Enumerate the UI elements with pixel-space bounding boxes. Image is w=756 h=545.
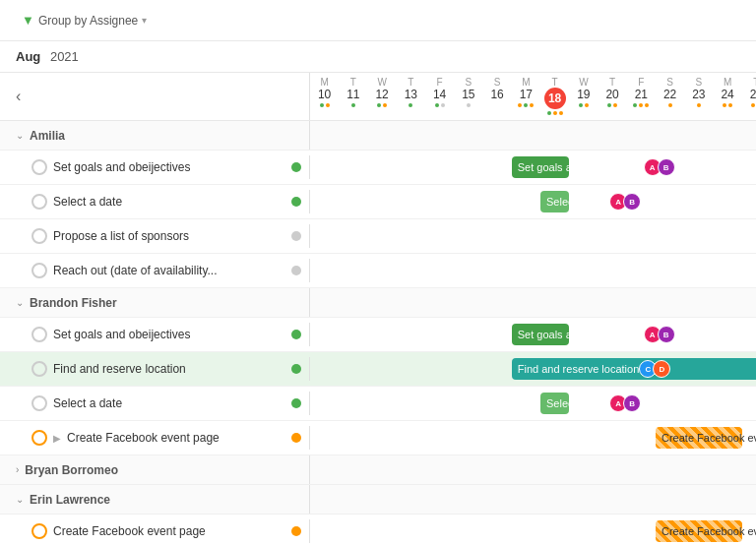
year-label: 2021 [50, 49, 79, 64]
expand-subtasks-button[interactable]: ▶ [53, 433, 61, 444]
day-header-11: T11 [339, 73, 367, 120]
day-header-17: M17 [512, 73, 540, 120]
task-row: Select a dateSelect a dateAB [0, 387, 756, 421]
section-chevron[interactable]: ⌄ [16, 494, 24, 505]
task-name: Find and reserve location [53, 362, 285, 376]
status-dot [291, 433, 301, 443]
task-name: Propose a list of sponsors [53, 229, 285, 243]
day-header-20: T20 [598, 73, 627, 120]
month-header: Aug 2021 [0, 41, 756, 73]
section-header-amilia: ⌄Amilia [0, 121, 756, 151]
task-row: Set goals and obeijectivesSet goals and … [0, 151, 756, 185]
task-name: Set goals and obeijectives [53, 328, 285, 341]
day-header-22: S22 [656, 73, 684, 120]
task-row: Create Facebook event pageCreate Faceboo… [0, 515, 756, 545]
section-header-erin-lawrence: ⌄Erin Lawrence [0, 485, 756, 515]
app-container: ▼ Group by Assignee ▾ Aug 2021 ‹ [0, 0, 756, 545]
day-header-12: W12 [368, 73, 397, 120]
day-header-10: M10 [310, 73, 339, 120]
task-checkbox[interactable] [32, 228, 47, 244]
task-name: Create Facebook event page [67, 431, 285, 445]
section-header-brandon-fisher: ⌄Brandon Fisher [0, 288, 756, 318]
day-header-21: F21 [627, 73, 656, 120]
task-checkbox[interactable] [32, 395, 47, 411]
section-chevron[interactable]: ⌄ [16, 130, 24, 141]
status-dot [291, 231, 301, 241]
task-row: Find and reserve locationFind and reserv… [0, 352, 756, 387]
status-dot [291, 197, 301, 207]
task-name: Reach out (date of availability... [53, 264, 285, 277]
task-checkbox[interactable] [32, 263, 47, 278]
month-label: Aug [16, 49, 40, 64]
section-header-bryan-borromeo: ›Bryan Borromeo [0, 455, 756, 485]
status-dot [291, 364, 301, 374]
day-header-23: S23 [684, 73, 713, 120]
status-dot [291, 162, 301, 172]
day-header-13: T13 [397, 73, 425, 120]
task-name: Select a date [53, 195, 285, 209]
task-name: Select a date [53, 396, 285, 410]
task-checkbox[interactable] [32, 523, 47, 539]
section-chevron[interactable]: › [16, 464, 19, 475]
group-by-button[interactable]: ▼ Group by Assignee ▾ [16, 10, 153, 30]
status-dot [291, 330, 301, 339]
status-dot [291, 266, 301, 275]
status-dot [291, 398, 301, 408]
task-checkbox[interactable] [32, 430, 47, 446]
task-checkbox[interactable] [32, 327, 47, 342]
status-dot [291, 526, 301, 536]
task-row: Set goals and obeijectivesSet goals and … [0, 318, 756, 352]
section-name: Brandon Fisher [30, 296, 117, 310]
day-header-18: T18 [540, 73, 569, 120]
section-name: Amilia [30, 129, 65, 143]
dropdown-arrow-icon: ▾ [142, 15, 147, 26]
nav-back-button[interactable]: ‹ [8, 88, 29, 105]
task-checkbox[interactable] [32, 194, 47, 210]
section-name: Bryan Borromeo [25, 463, 118, 477]
task-row: Reach out (date of availability... [0, 254, 756, 288]
day-header-25: T25 [742, 73, 756, 120]
group-by-label: Group by Assignee [38, 14, 138, 28]
task-row: ▶Create Facebook event pageCreate Facebo… [0, 421, 756, 455]
section-chevron[interactable]: ⌄ [16, 297, 24, 308]
task-name: Create Facebook event page [53, 524, 285, 538]
toolbar: ▼ Group by Assignee ▾ [0, 0, 756, 41]
task-row: Propose a list of sponsors [0, 219, 756, 254]
filter-icon: ▼ [22, 13, 34, 28]
task-row: Select a dateSelect a dateAB [0, 185, 756, 219]
days-header: M10T11W12T13F14S15S16M17T18W19T20F21S22S… [310, 73, 756, 120]
section-name: Erin Lawrence [30, 493, 110, 507]
day-header-19: W19 [569, 73, 598, 120]
task-name: Set goals and obeijectives [53, 160, 285, 174]
task-checkbox[interactable] [32, 361, 47, 377]
day-header-14: F14 [425, 73, 454, 120]
day-header-15: S15 [454, 73, 482, 120]
day-header-24: M24 [714, 73, 742, 120]
day-header-16: S16 [483, 73, 512, 120]
task-checkbox[interactable] [32, 159, 47, 175]
